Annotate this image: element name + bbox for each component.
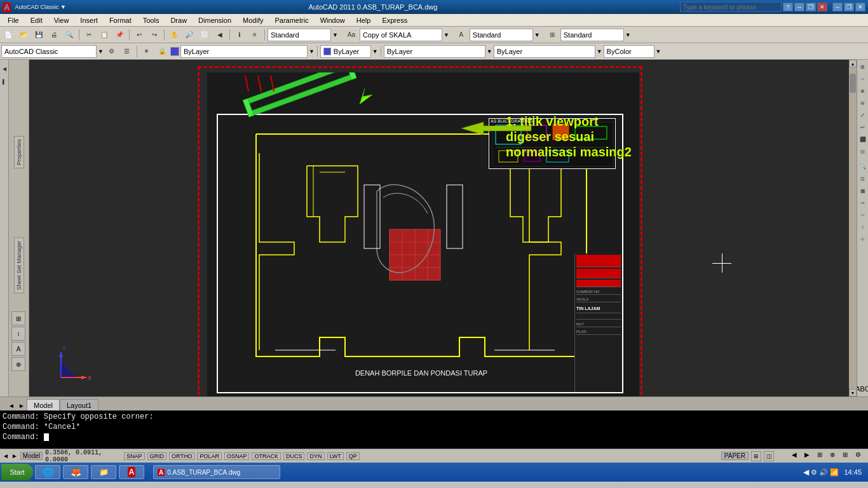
- inner-min-btn[interactable]: ─: [832, 3, 843, 11]
- vertical-scrollbar[interactable]: ▲ ▼: [849, 60, 857, 396]
- zoom-prev-btn[interactable]: ◀: [213, 28, 227, 42]
- dim-style-dropdown[interactable]: Standard: [470, 29, 533, 41]
- model-tab[interactable]: Model: [27, 399, 60, 410]
- start-button[interactable]: Start: [1, 464, 33, 480]
- status-icon-3[interactable]: ◀: [792, 451, 802, 461]
- rt-btn-3[interactable]: ⊕: [858, 85, 867, 97]
- scroll-left-btn[interactable]: ◄: [3, 452, 9, 459]
- help-btn[interactable]: ?: [783, 3, 793, 11]
- status-icon-5[interactable]: ⊞: [817, 451, 827, 461]
- plot-btn[interactable]: 🖨: [47, 28, 61, 42]
- dynucs-btn[interactable]: DUCS: [283, 452, 305, 460]
- plotstyle-dropdown[interactable]: ByColor: [604, 45, 654, 58]
- undo-btn[interactable]: ↩: [132, 28, 146, 42]
- model-status-btn[interactable]: Model: [20, 452, 43, 460]
- layout1-tab[interactable]: Layout1: [60, 399, 98, 410]
- ortho-btn[interactable]: ORTHO: [169, 452, 194, 460]
- sys-icon-3[interactable]: 🔊: [819, 468, 828, 477]
- menu-parametric[interactable]: Parametric: [269, 15, 313, 25]
- menu-window[interactable]: Window: [315, 15, 350, 25]
- rt-btn-7[interactable]: ⬛: [858, 133, 867, 145]
- dyn-btn[interactable]: DYN: [307, 452, 324, 460]
- workspace-dropdown[interactable]: AutoCAD Classic: [1, 45, 97, 58]
- color-control-dropdown[interactable]: ByLayer: [320, 45, 371, 58]
- zoom-btn[interactable]: 🔎: [182, 28, 196, 42]
- coordinates-display[interactable]: 0.3506, 0.0911, 0.0000: [45, 449, 121, 463]
- panel-icon-2[interactable]: ↕: [11, 327, 25, 341]
- status-icon-1[interactable]: ⊞: [751, 451, 761, 461]
- taskbar-app-ie[interactable]: 🌐: [35, 465, 60, 479]
- lweight-btn[interactable]: LWT: [327, 452, 344, 460]
- match-prop-btn[interactable]: ≡: [248, 28, 262, 42]
- rt-btn-14[interactable]: ↕: [858, 221, 867, 233]
- taskbar-app-firefox[interactable]: 🦊: [63, 465, 88, 479]
- vscroll-thumb[interactable]: [850, 74, 856, 93]
- style-dropdown-arrow1[interactable]: ▼: [332, 32, 338, 38]
- copy-of-skala-dropdown[interactable]: Copy of SKALA: [360, 29, 442, 41]
- open-btn[interactable]: 📂: [17, 28, 31, 42]
- panel-icon-1[interactable]: ⊞: [11, 311, 25, 325]
- style-icon3[interactable]: ⊞: [545, 28, 559, 42]
- sidebar-icon-2[interactable]: ▌: [0, 75, 8, 88]
- tmodel-btn[interactable]: QP: [346, 452, 360, 460]
- linetype-dropdown[interactable]: ByLayer: [384, 45, 485, 58]
- tab-nav-right[interactable]: ►: [17, 400, 27, 410]
- rt-btn-10[interactable]: ⊡: [858, 173, 867, 184]
- workspace-settings-btn[interactable]: ⚙: [105, 44, 119, 58]
- grid-btn[interactable]: GRID: [147, 452, 167, 460]
- inner-restore-btn[interactable]: ❐: [844, 3, 854, 11]
- sys-icon-2[interactable]: ⚙: [811, 468, 817, 477]
- menu-view[interactable]: View: [49, 15, 74, 25]
- menu-format[interactable]: Format: [104, 15, 137, 25]
- keyword-search[interactable]: [680, 2, 782, 12]
- panel-icon-3[interactable]: A: [11, 342, 25, 356]
- menu-insert[interactable]: Insert: [75, 15, 103, 25]
- dim-dropdown-arrow[interactable]: ▼: [534, 32, 540, 38]
- panel-icon-4[interactable]: ⊕: [11, 357, 25, 371]
- text-style-dropdown[interactable]: Standard: [268, 29, 331, 41]
- rt-btn-8[interactable]: ◎: [858, 146, 867, 157]
- rt-btn-6[interactable]: ↩: [858, 121, 867, 133]
- otrack-btn[interactable]: OTRACK: [252, 452, 281, 460]
- taskbar-open-dwg[interactable]: A 0.ASB_TURAP_BCA.dwg: [153, 465, 280, 479]
- rt-btn-2[interactable]: ↔: [858, 73, 867, 85]
- sys-icon-1[interactable]: ◀: [803, 468, 809, 477]
- new-btn[interactable]: 📄: [1, 28, 15, 42]
- menu-file[interactable]: File: [3, 15, 24, 25]
- menu-dimension[interactable]: Dimension: [193, 15, 236, 25]
- rt-btn-5[interactable]: ⤢: [858, 109, 867, 121]
- cut-btn[interactable]: ✂: [82, 28, 96, 42]
- layer-lock-btn[interactable]: 🔒: [155, 44, 169, 58]
- rt-btn-4[interactable]: ⊖: [858, 97, 867, 109]
- redo-btn[interactable]: ↪: [147, 28, 161, 42]
- taskbar-app-explorer[interactable]: 📁: [91, 465, 116, 479]
- lineweight-dropdown[interactable]: ByLayer: [494, 45, 595, 58]
- layer-manager-btn[interactable]: ☰: [120, 44, 134, 58]
- properties-btn[interactable]: ℹ: [233, 28, 247, 42]
- sys-icon-network[interactable]: 📶: [830, 468, 839, 477]
- app-dropdown-icon[interactable]: AutoCAD Classic ▼: [15, 4, 65, 10]
- vscroll-down-btn[interactable]: ▼: [849, 389, 857, 396]
- rt-btn-1[interactable]: ⊞: [858, 61, 867, 72]
- outer-close-btn[interactable]: ✕: [817, 3, 827, 11]
- table-dropdown-arrow[interactable]: ▼: [625, 32, 631, 38]
- rt-btn-13[interactable]: ─: [858, 209, 867, 220]
- menu-modify[interactable]: Modify: [238, 15, 268, 25]
- copy-btn[interactable]: 📋: [97, 28, 111, 42]
- inner-close-btn[interactable]: ✕: [855, 3, 865, 11]
- osnap-btn[interactable]: OSNAP: [224, 452, 250, 460]
- zoom-window-btn[interactable]: ⬜: [198, 28, 212, 42]
- pan-btn[interactable]: ✋: [167, 28, 181, 42]
- properties-tab[interactable]: Properties: [14, 136, 24, 168]
- menu-help[interactable]: Help: [351, 15, 376, 25]
- status-icon-6[interactable]: ⊕: [830, 451, 840, 461]
- color-arrow[interactable]: ▼: [372, 48, 378, 55]
- polar-btn[interactable]: POLAR: [197, 452, 222, 460]
- menu-tools[interactable]: Tools: [138, 15, 165, 25]
- layer-dropdown[interactable]: ByLayer: [180, 45, 308, 58]
- outer-restore-btn[interactable]: ❐: [806, 3, 816, 11]
- menu-edit[interactable]: Edit: [25, 15, 48, 25]
- menu-express[interactable]: Express: [377, 15, 412, 25]
- lineweight-arrow[interactable]: ▼: [597, 48, 602, 55]
- drawing-canvas-area[interactable]: DENAH BORPILE DAN PONDASI TURAP: [29, 60, 857, 396]
